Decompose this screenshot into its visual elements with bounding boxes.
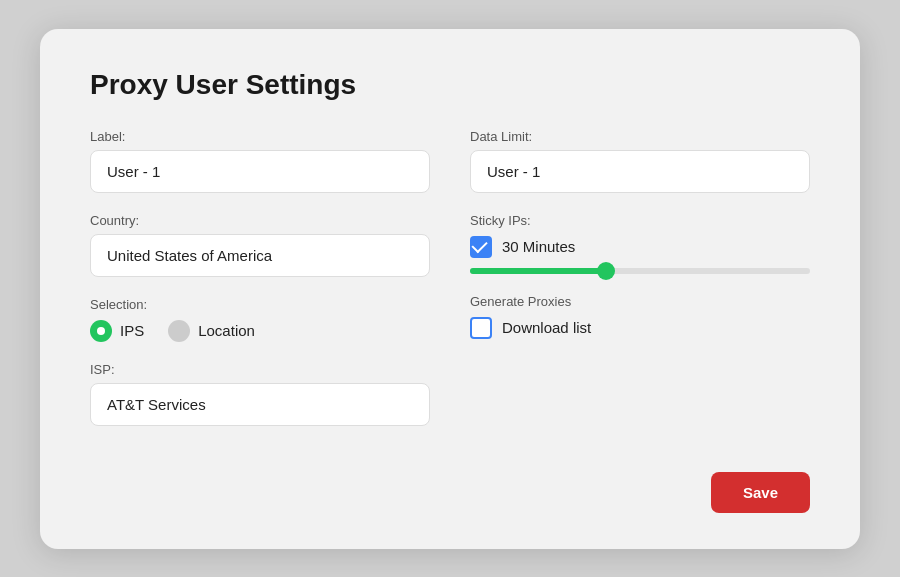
generate-section: Generate Proxies Download list bbox=[470, 294, 810, 339]
isp-group: ISP: bbox=[90, 362, 430, 426]
sticky-ips-section: Sticky IPs: 30 Minutes bbox=[470, 213, 810, 274]
data-limit-input[interactable] bbox=[470, 150, 810, 193]
sticky-ips-label: Sticky IPs: bbox=[470, 213, 810, 228]
country-group: Country: bbox=[90, 213, 430, 277]
label-field-label: Label: bbox=[90, 129, 430, 144]
radio-group: IPS Location bbox=[90, 320, 430, 342]
country-input[interactable] bbox=[90, 234, 430, 277]
selection-section: Selection: IPS Location bbox=[90, 297, 430, 342]
right-column: Data Limit: Sticky IPs: 30 Minutes Gener… bbox=[470, 129, 810, 446]
sticky-ips-checkbox[interactable] bbox=[470, 236, 492, 258]
radio-location-label: Location bbox=[198, 322, 255, 339]
slider-fill bbox=[470, 268, 606, 274]
label-input[interactable] bbox=[90, 150, 430, 193]
radio-ips[interactable]: IPS bbox=[90, 320, 144, 342]
left-column: Label: Country: Selection: IPS Location bbox=[90, 129, 430, 446]
sticky-slider-track[interactable] bbox=[470, 268, 810, 274]
isp-field-label: ISP: bbox=[90, 362, 430, 377]
download-list-text: Download list bbox=[502, 319, 591, 336]
country-field-label: Country: bbox=[90, 213, 430, 228]
sticky-ips-row: 30 Minutes bbox=[470, 236, 810, 258]
isp-input[interactable] bbox=[90, 383, 430, 426]
generate-proxies-label: Generate Proxies bbox=[470, 294, 810, 309]
slider-thumb[interactable] bbox=[597, 262, 615, 280]
data-limit-group: Data Limit: bbox=[470, 129, 810, 193]
radio-location[interactable]: Location bbox=[168, 320, 255, 342]
radio-location-icon bbox=[168, 320, 190, 342]
radio-ips-icon bbox=[90, 320, 112, 342]
data-limit-label: Data Limit: bbox=[470, 129, 810, 144]
selection-label: Selection: bbox=[90, 297, 430, 312]
radio-ips-label: IPS bbox=[120, 322, 144, 339]
save-button[interactable]: Save bbox=[711, 472, 810, 513]
sticky-minutes-text: 30 Minutes bbox=[502, 238, 575, 255]
download-row: Download list bbox=[470, 317, 810, 339]
settings-card: Proxy User Settings Label: Country: Sele… bbox=[40, 29, 860, 549]
label-group: Label: bbox=[90, 129, 430, 193]
download-list-checkbox[interactable] bbox=[470, 317, 492, 339]
form-grid: Label: Country: Selection: IPS Location bbox=[90, 129, 810, 446]
page-title: Proxy User Settings bbox=[90, 69, 810, 101]
